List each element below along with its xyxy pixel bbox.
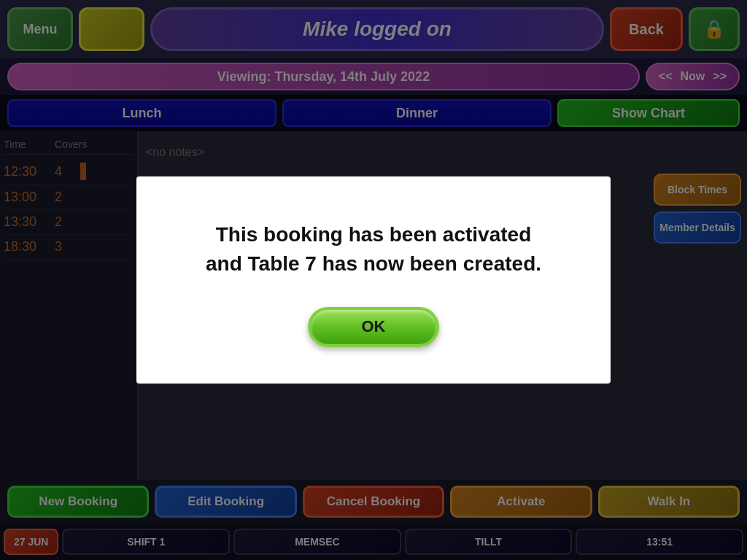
modal-message: This booking has been activatedand Table… (206, 220, 541, 277)
ok-button[interactable]: OK (308, 307, 439, 347)
modal-dialog: This booking has been activatedand Table… (136, 176, 611, 383)
modal-overlay: This booking has been activatedand Table… (0, 0, 747, 560)
